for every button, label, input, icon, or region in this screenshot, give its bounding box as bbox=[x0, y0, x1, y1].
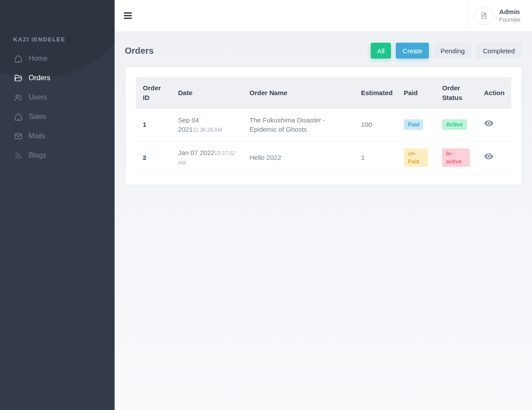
order-status: Active bbox=[435, 109, 477, 141]
order-paid: Paid bbox=[397, 109, 435, 141]
topbar: Admin Founder bbox=[115, 0, 532, 31]
home-icon bbox=[13, 112, 23, 122]
column-order-status: Order Status bbox=[435, 77, 477, 109]
order-date: Sep 04 202111:36:28 AM bbox=[171, 109, 242, 141]
paid-badge: Paid bbox=[404, 119, 423, 130]
table-row: 2 Jan 07 202210:27:02 AM Hello 2022 1 un… bbox=[136, 141, 511, 174]
main-content: Orders All Create Pending Completed Orde… bbox=[115, 31, 532, 410]
order-estimated: 1 bbox=[354, 141, 397, 174]
sidebar-item-label: Mails bbox=[29, 132, 45, 140]
column-order-name: Order Name bbox=[242, 77, 354, 109]
sidebar-item-label: Home bbox=[29, 55, 48, 63]
column-paid: Paid bbox=[397, 77, 435, 109]
filter-completed-button[interactable]: Completed bbox=[476, 43, 521, 59]
order-id: 1 bbox=[136, 109, 171, 141]
order-paid: un-Paid bbox=[397, 141, 435, 174]
sidebar-item-label: Sales bbox=[29, 113, 46, 121]
create-order-button[interactable]: Create bbox=[396, 43, 429, 59]
users-icon bbox=[13, 92, 23, 102]
eye-icon bbox=[484, 151, 494, 161]
order-id: 2 bbox=[136, 141, 171, 174]
broken-image-icon bbox=[480, 11, 488, 20]
order-action bbox=[477, 109, 511, 141]
order-name: The Fukushima Disaster - Epidemic of Gho… bbox=[242, 109, 354, 141]
orders-table-card: Order ID Date Order Name Estimated Paid … bbox=[126, 67, 521, 185]
order-status: In-active bbox=[435, 141, 477, 174]
table-row: 1 Sep 04 202111:36:28 AM The Fukushima D… bbox=[136, 109, 511, 141]
account-role: Founder bbox=[499, 16, 521, 23]
account-info: Admin Founder bbox=[499, 8, 521, 23]
sidebar-item-label: Users bbox=[29, 93, 47, 101]
menu-toggle-button[interactable] bbox=[124, 11, 132, 20]
sidebar-item-label: Orders bbox=[29, 74, 50, 82]
folder-open-icon bbox=[13, 73, 23, 83]
brand: KAZI IENDELEE bbox=[13, 36, 115, 43]
mail-icon bbox=[13, 131, 23, 141]
view-order-button[interactable] bbox=[484, 118, 494, 128]
column-order-id: Order ID bbox=[136, 77, 171, 109]
order-name: Hello 2022 bbox=[242, 141, 354, 174]
sidebar: KAZI IENDELEE Home Orders bbox=[0, 0, 115, 410]
table-header: Order ID Date Order Name Estimated Paid … bbox=[136, 77, 511, 109]
orders-table: Order ID Date Order Name Estimated Paid … bbox=[136, 77, 511, 174]
sidebar-item-orders[interactable]: Orders bbox=[0, 68, 115, 88]
filter-all-button[interactable]: All bbox=[371, 43, 391, 59]
order-filter-actions: All Create Pending Completed bbox=[371, 43, 521, 59]
page-header: Orders All Create Pending Completed bbox=[125, 43, 521, 59]
sidebar-item-users[interactable]: Users bbox=[0, 88, 115, 107]
view-order-button[interactable] bbox=[484, 151, 494, 161]
page-title: Orders bbox=[125, 46, 154, 56]
column-date: Date bbox=[171, 77, 242, 109]
order-estimated: 100 bbox=[354, 109, 397, 141]
order-action bbox=[477, 141, 511, 174]
status-badge: In-active bbox=[442, 148, 470, 167]
account-name: Admin bbox=[499, 8, 521, 16]
sidebar-item-sales[interactable]: Sales bbox=[0, 107, 115, 126]
column-action: Action bbox=[477, 77, 511, 109]
filter-pending-button[interactable]: Pending bbox=[434, 43, 471, 59]
order-date: Jan 07 202210:27:02 AM bbox=[171, 141, 242, 174]
order-time: 11:36:28 AM bbox=[193, 127, 222, 133]
sidebar-item-blogs[interactable]: Blogs bbox=[0, 146, 115, 165]
paid-badge: un-Paid bbox=[404, 148, 428, 167]
sidebar-item-mails[interactable]: Mails bbox=[0, 126, 115, 146]
home-icon bbox=[13, 54, 23, 63]
avatar bbox=[475, 7, 493, 25]
sidebar-item-home[interactable]: Home bbox=[0, 49, 115, 68]
status-badge: Active bbox=[442, 119, 467, 130]
sidebar-item-label: Blogs bbox=[29, 151, 46, 159]
rss-icon bbox=[13, 151, 23, 160]
hamburger-icon bbox=[124, 12, 132, 14]
account-menu[interactable]: Admin Founder bbox=[467, 0, 532, 31]
sidebar-nav: Home Orders Users bbox=[0, 49, 115, 165]
column-estimated: Estimated bbox=[354, 77, 397, 109]
eye-icon bbox=[484, 118, 494, 128]
